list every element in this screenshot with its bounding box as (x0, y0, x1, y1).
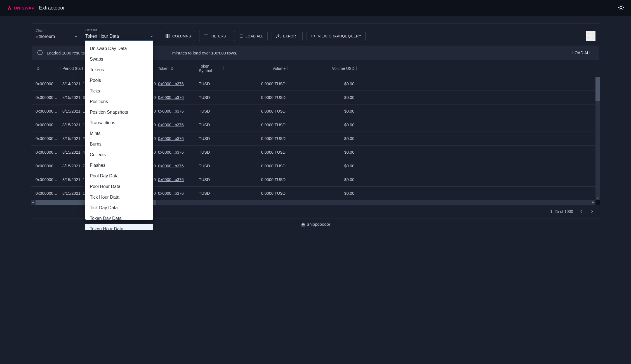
cell-volume-usd: $0.00 (288, 82, 357, 86)
dropdown-option[interactable]: Position Snapshots (85, 107, 153, 118)
fullscreen-button[interactable] (586, 31, 595, 41)
dropdown-option[interactable]: Pool Day Data (85, 171, 153, 181)
topbar: UNISWAP Extractooor (0, 0, 631, 16)
cell-symbol: TUSD (197, 136, 223, 141)
info-icon (37, 50, 43, 56)
cell-symbol: TUSD (197, 109, 223, 113)
th-id[interactable]: ID (33, 64, 60, 73)
dropdown-option[interactable]: Pools (85, 75, 153, 86)
brand-text: UNISWAP (14, 6, 35, 10)
cell-volume: 0.0000 TUSD (223, 109, 288, 113)
cell-volume-usd: $0.00 (288, 164, 357, 168)
cell-token-id[interactable]: 0x0000...b376 (156, 109, 197, 113)
th-volume[interactable]: Volume (223, 64, 288, 73)
cell-id: 0x000000… (33, 109, 60, 113)
th-volume-usd[interactable]: Volume USD (288, 64, 357, 73)
scrollbar-thumb[interactable] (595, 77, 600, 101)
cell-id: 0x000000… (33, 164, 60, 168)
dropdown-option[interactable]: Token Hour Data (85, 224, 153, 230)
filter-icon (203, 34, 208, 39)
cell-token-id[interactable]: 0x0000...b376 (156, 177, 197, 182)
scroll-left-icon[interactable]: ◀ (32, 201, 34, 204)
cell-volume-usd: $0.00 (288, 150, 357, 154)
dataset-dropdown: Uniswap Day DataSwapsTokensPoolsTicksPos… (85, 41, 153, 220)
cell-symbol: TUSD (197, 82, 223, 86)
cell-token-id[interactable]: 0x0000...b376 (156, 164, 197, 168)
cell-token-id[interactable]: 0x0000...b376 (156, 123, 197, 127)
code-icon (311, 34, 316, 39)
cell-id: 0x000000… (33, 95, 60, 100)
chevron-down-icon (75, 36, 77, 37)
cell-symbol: TUSD (197, 164, 223, 168)
cell-token-id[interactable]: 0x0000...b376 (156, 191, 197, 196)
pager-range: 1–25 of 1000 (550, 209, 573, 214)
cell-symbol: TUSD (197, 95, 223, 100)
cell-token-id[interactable]: 0x0000...b376 (156, 150, 197, 154)
cell-symbol: TUSD (197, 177, 223, 182)
dataset-select[interactable]: Dataset Token Hour Data Uniswap Day Data… (85, 28, 153, 41)
dropdown-option[interactable]: Pool Hour Data (85, 181, 153, 192)
scroll-down-icon[interactable]: ▼ (597, 197, 599, 200)
dropdown-option[interactable]: Flashes (85, 160, 153, 171)
sun-icon (618, 4, 624, 11)
chain-select[interactable]: Chain Ethereum (36, 28, 77, 41)
dropdown-option[interactable]: Ticks (85, 86, 153, 96)
cell-token-id[interactable]: 0x0000...b376 (156, 136, 197, 141)
load-all-button[interactable]: LOAD ALL (234, 31, 268, 41)
app-title: Extractooor (39, 5, 65, 11)
dropdown-option[interactable]: Mints (85, 128, 153, 139)
cell-volume: 0.0000 TUSD (223, 95, 288, 100)
cell-volume-usd: $0.00 (288, 177, 357, 182)
dropdown-option[interactable]: Token Day Data (85, 213, 153, 224)
fullscreen-icon (588, 32, 594, 39)
svg-rect-1 (166, 34, 166, 38)
chevron-up-icon (150, 36, 153, 37)
dropdown-option[interactable]: Tick Day Data (85, 203, 153, 213)
dropdown-option[interactable]: Uniswap Day Data (85, 43, 153, 54)
cell-volume-usd: $0.00 (288, 136, 357, 141)
cell-symbol: TUSD (197, 123, 223, 127)
list-icon (238, 34, 243, 39)
chain-label: Chain (36, 28, 77, 32)
dropdown-option[interactable]: Transactions (85, 118, 153, 128)
export-button[interactable]: EXPORT (272, 31, 303, 41)
scrollbar-vertical[interactable]: ▼ (595, 77, 600, 200)
footer-link[interactable]: Shippooooor (307, 222, 330, 227)
cell-id: 0x000000… (33, 82, 60, 86)
ship-icon: 🚢 (301, 222, 305, 227)
th-token-symbol[interactable]: Token Symbol (197, 64, 223, 73)
dropdown-option[interactable]: Tick Hour Data (85, 192, 153, 203)
cell-volume: 0.0000 TUSD (223, 164, 288, 168)
logo[interactable]: UNISWAP (7, 5, 35, 11)
dropdown-option[interactable]: Burns (85, 139, 153, 149)
cell-id: 0x000000… (33, 177, 60, 182)
uniswap-icon (7, 5, 12, 11)
cell-volume: 0.0000 TUSD (223, 177, 288, 182)
dropdown-option[interactable]: Tokens (85, 65, 153, 75)
th-token-id[interactable]: Token ID (156, 64, 197, 73)
svg-rect-2 (167, 34, 168, 38)
theme-toggle[interactable] (618, 4, 624, 12)
cell-volume: 0.0000 TUSD (223, 150, 288, 154)
columns-button[interactable]: COLUMNS (161, 31, 195, 41)
cell-token-id[interactable]: 0x0000...b376 (156, 82, 197, 86)
banner-load-all[interactable]: LOAD ALL (570, 49, 594, 56)
scroll-right-icon[interactable]: ▶ (592, 201, 594, 204)
svg-rect-3 (169, 34, 169, 38)
dropdown-option[interactable]: Positions (85, 96, 153, 107)
cell-symbol: TUSD (197, 191, 223, 196)
dropdown-option[interactable]: Collects (85, 149, 153, 160)
prev-page-button[interactable] (579, 209, 584, 214)
filters-button[interactable]: FILTERS (199, 31, 230, 41)
cell-volume: 0.0000 TUSD (223, 123, 288, 127)
dataset-value: Token Hour Data (85, 34, 119, 39)
cell-volume-usd: $0.00 (288, 109, 357, 113)
svg-point-0 (620, 6, 622, 9)
next-page-button[interactable] (589, 209, 595, 214)
cell-token-id[interactable]: 0x0000...b376 (156, 95, 197, 100)
cell-volume-usd: $0.00 (288, 191, 357, 196)
cell-id: 0x000000… (33, 136, 60, 141)
dropdown-option[interactable]: Swaps (85, 54, 153, 65)
cell-id: 0x000000… (33, 150, 60, 154)
view-query-button[interactable]: VIEW GRAPHQL QUERY (307, 31, 366, 41)
